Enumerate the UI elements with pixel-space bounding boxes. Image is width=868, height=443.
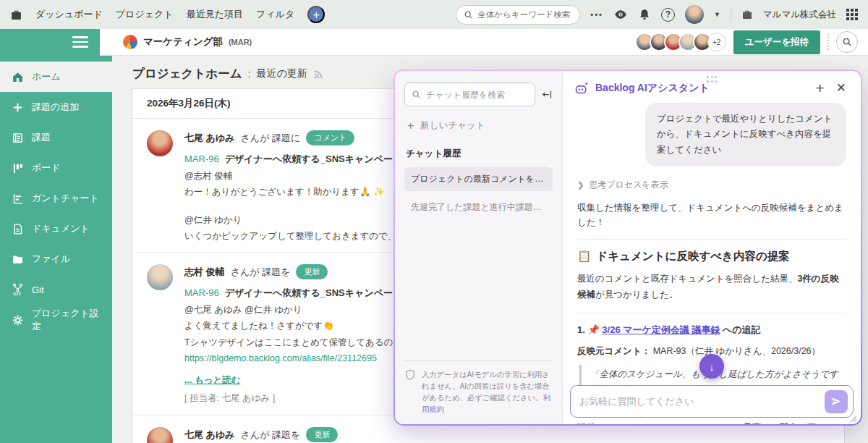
global-add-button[interactable]: +: [307, 6, 325, 23]
sidebar-item-add-issue[interactable]: 課題の追加: [0, 92, 112, 122]
notifications-bell-icon[interactable]: [638, 8, 651, 21]
drag-handle[interactable]: [707, 76, 717, 83]
hamburger-menu-icon[interactable]: [72, 33, 88, 51]
clipboard-emoji: 📋: [577, 250, 591, 263]
plus-icon: +: [407, 120, 414, 132]
feed-user-name[interactable]: 七尾 あゆみ: [184, 132, 235, 145]
sidebar-item-gantt[interactable]: ガントチャート: [0, 183, 112, 214]
member-overflow-badge[interactable]: +2: [707, 33, 726, 51]
help-icon[interactable]: ?: [661, 8, 675, 22]
sidebar-item-files[interactable]: ファイル: [0, 244, 112, 274]
apps-grid-icon[interactable]: [846, 9, 858, 20]
project-header: マーケティング部 (MAR) +2 ユーザーを招待: [0, 29, 868, 56]
divider: [827, 34, 829, 50]
member-avatars[interactable]: +2: [639, 33, 726, 51]
activity-badge: コメント: [306, 130, 354, 145]
ai-chat-main: Backlog AIアシスタント + ✕ プロジェクトで最近やりとりしたコメント…: [563, 71, 861, 424]
suggestion-item-title: 1. 📌 3/26 マーケ定例会議 議事録 への追記: [577, 323, 846, 338]
activity-badge: 更新: [296, 264, 328, 279]
proposal-heading: 📋 ドキュメントに反映すべき内容の提案: [577, 249, 846, 264]
chevron-right-icon: ❯: [577, 180, 584, 190]
sidebar-item-issues[interactable]: 課題: [0, 122, 112, 153]
search-icon: [412, 90, 421, 99]
nav-filters[interactable]: フィルタ: [256, 8, 294, 21]
sidebar-item-home[interactable]: ホーム: [0, 62, 112, 92]
scroll-to-bottom-button[interactable]: ↓: [699, 354, 724, 379]
ai-robot-icon: [574, 80, 590, 96]
plus-icon: [11, 101, 24, 114]
ai-panel-title: Backlog AIアシスタント: [595, 82, 807, 95]
nav-projects[interactable]: プロジェクト: [116, 8, 174, 21]
chat-history-search[interactable]: [404, 83, 535, 106]
sidebar-item-project-settings[interactable]: プロジェクト設定: [0, 305, 112, 335]
project-search-button[interactable]: [836, 31, 858, 53]
chat-history-search-input[interactable]: [426, 90, 528, 100]
divider: [731, 7, 731, 22]
project-icon: [123, 35, 137, 49]
send-button[interactable]: [825, 390, 848, 413]
chat-history-item[interactable]: プロジェクトの最新コメントを基に...: [404, 167, 553, 191]
collapse-panel-icon[interactable]: [542, 89, 553, 100]
divider: [577, 313, 846, 313]
project-key: (MAR): [229, 38, 252, 46]
avatar[interactable]: [147, 427, 173, 443]
avatar[interactable]: [147, 264, 173, 290]
close-icon[interactable]: ✕: [833, 82, 849, 94]
file-link[interactable]: https://blgdemo.backlog.com/alias/file/2…: [184, 353, 377, 363]
home-icon: [11, 71, 24, 83]
shield-icon: [404, 369, 416, 415]
document-icon: [11, 223, 24, 235]
briefcase-icon: [10, 9, 22, 21]
user-avatar[interactable]: [685, 5, 704, 24]
new-conversation-button[interactable]: +: [812, 80, 827, 96]
ai-intro-message: 収集した情報を整理して、ドキュメントへの反映候補をまとめました！: [577, 201, 846, 229]
rss-icon[interactable]: [313, 69, 324, 80]
chevron-down-icon[interactable]: ▼: [714, 11, 720, 18]
ai-message-input-bar[interactable]: [570, 385, 854, 418]
invite-user-button[interactable]: ユーザーを招待: [733, 30, 820, 54]
project-name[interactable]: マーケティング部: [143, 35, 223, 48]
gear-icon: [11, 314, 24, 326]
chat-history-item[interactable]: 先週完了した課題と進行中課題の進...: [404, 198, 553, 219]
sidebar-header-block: [0, 29, 100, 56]
sidebar-item-board[interactable]: ボード: [0, 153, 112, 183]
proposal-summary: 最近のコメントと既存ドキュメントを照合した結果、3件の反映候補が見つかりました。: [577, 271, 846, 303]
divider: [577, 239, 846, 240]
org-briefcase-icon: [741, 9, 753, 20]
sidebar-item-documents[interactable]: ドキュメント: [0, 214, 112, 244]
git-icon: GIT: [11, 283, 24, 296]
nav-dashboard[interactable]: ダッシュボード: [35, 8, 103, 21]
issue-key-link[interactable]: MAR-96: [184, 153, 219, 164]
issue-key-link[interactable]: MAR-96: [184, 287, 219, 298]
resize-handle[interactable]: [850, 415, 857, 423]
global-search-input[interactable]: [477, 10, 572, 19]
folder-icon: [11, 253, 24, 266]
meeting-notes-link[interactable]: 3/26 マーケ定例会議 議事録: [602, 324, 720, 335]
more-menu-icon[interactable]: •••: [590, 10, 603, 19]
page-subtitle: 最近の更新: [256, 67, 307, 80]
new-chat-button[interactable]: + 新しいチャット: [404, 119, 553, 132]
search-icon: [464, 10, 473, 20]
sidebar-item-git[interactable]: GIT Git: [0, 274, 112, 305]
organization-name[interactable]: マルマル株式会社: [763, 9, 836, 21]
feed-user-name[interactable]: 七尾 あゆみ: [184, 429, 235, 442]
page-title: プロジェクトホーム: [132, 66, 242, 82]
read-more-link[interactable]: ... もっと読む: [184, 374, 241, 387]
user-message-bubble: プロジェクトで最近やりとりしたコメントから、ドキュメントに反映すべき内容を提案し…: [645, 103, 846, 166]
global-nav-bar: ダッシュボード プロジェクト 最近見た項目 フィルタ + ••• ? ▼ マルマ…: [0, 0, 868, 29]
feed-user-name[interactable]: 志村 俊輔: [184, 266, 225, 279]
chat-history-header: チャット履歴: [404, 148, 553, 160]
project-sidebar: ホーム 課題の追加 課題 ボード ガントチャート ドキュメント ファイル GIT…: [0, 56, 112, 443]
gantt-chart-icon: [11, 193, 24, 205]
watch-eye-icon[interactable]: [613, 7, 628, 22]
nav-recent[interactable]: 最近見た項目: [187, 8, 243, 21]
ai-disclaimer: 入力データはAIモデルの学習に利用されません。AIの回答は誤りを含む場合があるた…: [404, 360, 553, 415]
pushpin-emoji: 📌: [587, 324, 599, 335]
board-icon: [11, 162, 24, 174]
ai-message-input[interactable]: [579, 396, 825, 407]
activity-badge: 更新: [306, 427, 338, 442]
global-search[interactable]: [456, 5, 580, 25]
avatar[interactable]: [147, 130, 173, 156]
chat-history-sidebar: + 新しいチャット チャット履歴 プロジェクトの最新コメントを基に... 先週完…: [395, 71, 563, 424]
thinking-process-toggle[interactable]: ❯ 思考プロセスを表示: [577, 179, 846, 191]
